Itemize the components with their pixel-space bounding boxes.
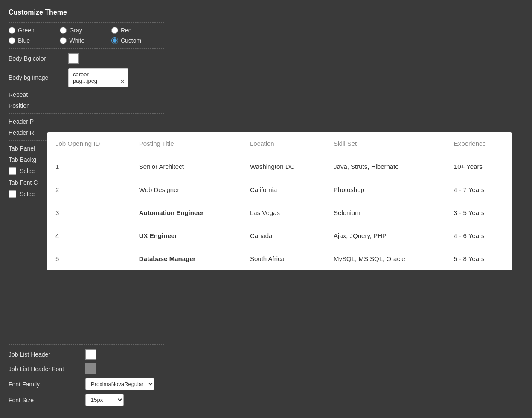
radio-gray[interactable] [60, 27, 67, 34]
cell-location-1: Washington DC [241, 155, 325, 178]
col-header-location: Location [241, 132, 325, 155]
cell-exp-2: 4 - 7 Years [445, 178, 512, 201]
cell-location-5: South Africa [241, 247, 325, 270]
header-p-label: Header P [9, 118, 68, 125]
table-body: 1 Senior Architect Washington DC Java, S… [47, 155, 512, 270]
font-family-select[interactable]: ProximaNovaRegular Arial Georgia Helveti… [85, 378, 154, 390]
bg-image-close-icon[interactable]: ✕ [120, 78, 125, 85]
bg-image-line1: career [73, 71, 123, 78]
cell-skills-2: Photoshop [325, 178, 445, 201]
cell-title-1: Senior Architect [131, 155, 241, 178]
table-header: Job Opening ID Posting Title Location Sk… [47, 132, 512, 155]
cell-location-3: Las Vegas [241, 201, 325, 224]
cell-skills-5: MySQL, MS SQL, Oracle [325, 247, 445, 270]
job-list-header-font-label: Job List Header Font [9, 366, 85, 372]
col-header-skills: Skill Set [325, 132, 445, 155]
cell-exp-4: 4 - 6 Years [445, 224, 512, 247]
job-list-header-swatch[interactable] [85, 349, 96, 360]
table-row[interactable]: 4 UX Engineer Canada Ajax, JQuery, PHP 4… [47, 224, 512, 247]
col-header-title: Posting Title [131, 132, 241, 155]
cell-id-1: 1 [47, 155, 131, 178]
cell-skills-1: Java, Struts, Hibernate [325, 155, 445, 178]
cell-skills-3: Selenium [325, 201, 445, 224]
cell-id-5: 5 [47, 247, 131, 270]
bottom-section: Job List Header Job List Header Font Fon… [0, 334, 173, 418]
job-table: Job Opening ID Posting Title Location Sk… [47, 132, 512, 270]
table-row[interactable]: 3 Automation Engineer Las Vegas Selenium… [47, 201, 512, 224]
theme-option-blue[interactable]: Blue [9, 37, 60, 44]
repeat-row: Repeat [9, 91, 164, 98]
theme-label-white: White [69, 37, 84, 44]
font-size-label: Font Size [9, 397, 85, 403]
cell-id-2: 2 [47, 178, 131, 201]
col-header-id: Job Opening ID [47, 132, 131, 155]
font-size-select[interactable]: 15px 12px 13px 14px 16px 18px [85, 394, 124, 406]
radio-red[interactable] [111, 27, 118, 34]
theme-label-custom: Custom [121, 37, 141, 44]
body-bg-image-label: Body bg image [9, 74, 68, 81]
cell-skills-4: Ajax, JQuery, PHP [325, 224, 445, 247]
table-row[interactable]: 2 Web Designer California Photoshop 4 - … [47, 178, 512, 201]
select-label-2: Selec [20, 191, 35, 197]
body-bg-color-label: Body Bg color [9, 55, 68, 62]
theme-option-white[interactable]: White [60, 37, 111, 44]
body-bg-color-swatch[interactable] [68, 53, 79, 64]
cell-exp-3: 3 - 5 Years [445, 201, 512, 224]
select-checkbox-2[interactable] [9, 190, 16, 198]
bg-image-upload[interactable]: career pag...jpeg ✕ [68, 68, 128, 87]
cell-id-3: 3 [47, 201, 131, 224]
radio-white[interactable] [60, 37, 67, 44]
radio-blue[interactable] [9, 37, 15, 44]
header-p-row: Header P [9, 118, 164, 125]
font-family-label: Font Family [9, 381, 85, 388]
cell-location-4: Canada [241, 224, 325, 247]
position-label: Position [9, 102, 68, 109]
cell-exp-5: 5 - 8 Years [445, 247, 512, 270]
position-row: Position [9, 102, 164, 109]
main-content: Job Opening ID Posting Title Location Sk… [47, 132, 512, 270]
job-list-header-row: Job List Header [9, 349, 164, 360]
theme-label-gray: Gray [69, 27, 82, 34]
bg-image-line2: pag...jpeg [73, 78, 123, 84]
sidebar-title: Customize Theme [9, 9, 164, 16]
table-row[interactable]: 1 Senior Architect Washington DC Java, S… [47, 155, 512, 178]
table-header-row: Job Opening ID Posting Title Location Sk… [47, 132, 512, 155]
radio-custom[interactable] [111, 37, 118, 44]
theme-label-blue: Blue [18, 37, 30, 44]
font-size-row: Font Size 15px 12px 13px 14px 16px 18px [9, 394, 164, 406]
select-label-1: Selec [20, 168, 35, 174]
theme-radio-group: Green Gray Red Blue White Custom [9, 27, 164, 44]
cell-title-5: Database Manager [131, 247, 241, 270]
table-row[interactable]: 5 Database Manager South Africa MySQL, M… [47, 247, 512, 270]
repeat-label: Repeat [9, 91, 68, 98]
theme-option-red[interactable]: Red [111, 27, 163, 34]
col-header-experience: Experience [445, 132, 512, 155]
cell-title-3: Automation Engineer [131, 201, 241, 224]
job-list-header-font-swatch[interactable] [85, 363, 96, 374]
select-checkbox-1[interactable] [9, 167, 16, 175]
theme-label-green: Green [18, 27, 35, 34]
font-family-row: Font Family ProximaNovaRegular Arial Geo… [9, 378, 164, 390]
job-list-header-label: Job List Header [9, 351, 85, 358]
body-bg-image-row: Body bg image career pag...jpeg ✕ [9, 68, 164, 87]
theme-option-gray[interactable]: Gray [60, 27, 111, 34]
theme-label-red: Red [121, 27, 132, 34]
theme-option-green[interactable]: Green [9, 27, 60, 34]
theme-option-custom[interactable]: Custom [111, 37, 163, 44]
cell-exp-1: 10+ Years [445, 155, 512, 178]
job-list-header-font-row: Job List Header Font [9, 363, 164, 374]
cell-location-2: California [241, 178, 325, 201]
cell-title-4: UX Engineer [131, 224, 241, 247]
body-bg-color-row: Body Bg color [9, 53, 164, 64]
cell-title-2: Web Designer [131, 178, 241, 201]
cell-id-4: 4 [47, 224, 131, 247]
radio-green[interactable] [9, 27, 15, 34]
